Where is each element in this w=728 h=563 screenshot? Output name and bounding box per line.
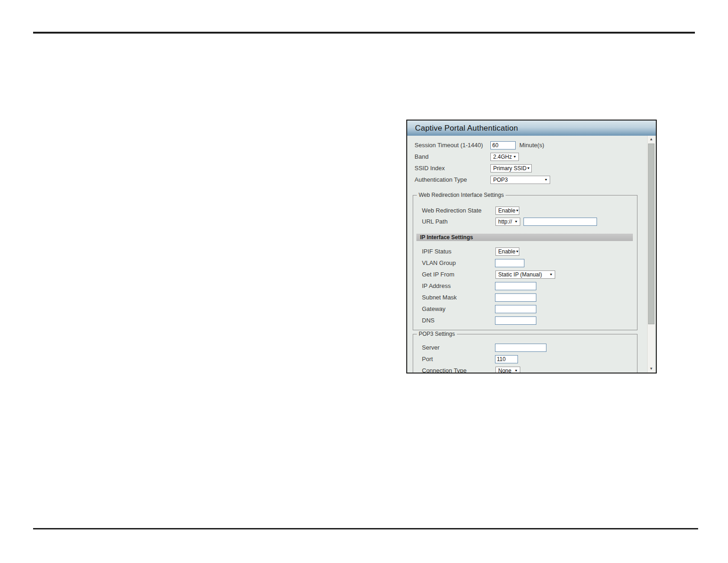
url-scheme-select[interactable]: http:// ▼ [495, 218, 520, 226]
dialog-body: Session Timeout (1-1440) Minute(s) Band … [407, 136, 656, 373]
pop3-settings-group: POP3 Settings Server Port Connection Typ… [413, 334, 637, 373]
dropdown-arrow-icon: ▼ [513, 155, 517, 158]
gateway-label: Gateway [422, 305, 445, 313]
subnet-mask-label: Subnet Mask [422, 294, 457, 301]
ip-interface-settings-header: IP Interface Settings [416, 234, 633, 241]
dropdown-arrow-icon: ▼ [527, 167, 530, 170]
band-label: Band [415, 153, 428, 161]
url-path-input[interactable] [523, 218, 597, 226]
ip-address-input[interactable] [495, 282, 536, 290]
dialog-title: Captive Portal Authentication [415, 124, 518, 133]
dropdown-arrow-icon: ▼ [514, 369, 518, 372]
band-select-value: 2.4GHz [493, 154, 512, 160]
scroll-up-icon: ▲ [649, 138, 653, 141]
scrollbar-thumb[interactable] [648, 144, 654, 324]
gateway-input[interactable] [495, 305, 536, 313]
server-input[interactable] [495, 344, 546, 352]
dropdown-arrow-icon: ▼ [515, 209, 519, 212]
url-path-label: URL Path [422, 218, 448, 225]
band-select[interactable]: 2.4GHz ▼ [490, 153, 519, 161]
scroll-up-button[interactable]: ▲ [648, 136, 655, 143]
get-ip-from-select-value: Static IP (Manual) [498, 271, 542, 278]
server-label: Server [422, 344, 439, 351]
port-label: Port [422, 356, 433, 363]
vlan-group-input[interactable] [495, 259, 524, 267]
web-redirection-settings-group: Web Redirection Interface Settings Web R… [413, 195, 637, 330]
dropdown-arrow-icon: ▼ [549, 273, 553, 276]
dropdown-arrow-icon: ▼ [515, 250, 519, 253]
authentication-type-select[interactable]: POP3 ▼ [490, 176, 550, 184]
dns-label: DNS [422, 317, 434, 324]
page-header-rule [33, 32, 695, 34]
connection-type-label: Connection Type [422, 367, 466, 373]
page-footer-rule [33, 528, 698, 529]
authentication-type-select-value: POP3 [493, 177, 508, 183]
dialog-scrollbar[interactable]: ▲ ▼ [647, 136, 655, 373]
ip-address-label: IP Address [422, 282, 451, 290]
web-redirection-state-select-value: Enable [498, 207, 515, 214]
dialog-header: Captive Portal Authentication [407, 121, 656, 136]
captive-portal-authentication-dialog: Captive Portal Authentication Session Ti… [406, 120, 657, 373]
ipif-status-select[interactable]: Enable ▼ [495, 247, 519, 256]
get-ip-from-label: Get IP From [422, 271, 455, 278]
scroll-down-button[interactable]: ▼ [648, 365, 655, 373]
authentication-type-label: Authentication Type [415, 176, 467, 184]
ssid-index-select[interactable]: Primary SSID ▼ [490, 164, 532, 172]
web-redirection-state-label: Web Redirection State [422, 207, 482, 214]
web-redirection-settings-legend: Web Redirection Interface Settings [417, 192, 506, 198]
dropdown-arrow-icon: ▼ [514, 220, 518, 223]
connection-type-select[interactable]: None ▼ [495, 367, 520, 373]
session-timeout-input[interactable] [490, 141, 516, 149]
connection-type-select-value: None [498, 368, 512, 373]
ssid-index-label: SSID Index [415, 165, 445, 172]
port-input[interactable] [495, 355, 518, 363]
scroll-down-icon: ▼ [649, 367, 653, 371]
session-timeout-unit-label: Minute(s) [519, 142, 544, 149]
dropdown-arrow-icon: ▼ [544, 178, 548, 181]
pop3-settings-legend: POP3 Settings [417, 331, 457, 337]
ssid-index-select-value: Primary SSID [493, 165, 527, 172]
url-scheme-select-value: http:// [498, 218, 512, 225]
get-ip-from-select[interactable]: Static IP (Manual) ▼ [495, 270, 555, 279]
vlan-group-label: VLAN Group [422, 259, 456, 267]
ipif-status-label: IPIF Status [422, 248, 451, 255]
dns-input[interactable] [495, 316, 536, 325]
ipif-status-select-value: Enable [498, 248, 515, 255]
session-timeout-label: Session Timeout (1-1440) [415, 142, 483, 149]
subnet-mask-input[interactable] [495, 293, 536, 302]
web-redirection-state-select[interactable]: Enable ▼ [495, 207, 519, 215]
